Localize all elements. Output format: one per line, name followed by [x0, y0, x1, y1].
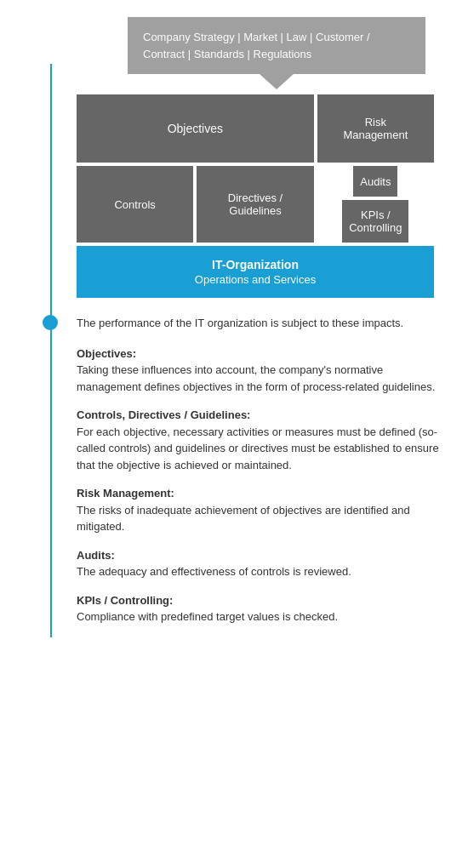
section-text-1: For each objective, necessary activities… — [77, 425, 439, 471]
section-label-2: Risk Management: — [77, 487, 174, 500]
intro-text: The performance of the IT organization i… — [77, 315, 442, 332]
audits-cell: Audits — [353, 166, 397, 197]
dot-indicator — [43, 315, 58, 330]
section-block-4: KPIs / Controlling:Compliance with prede… — [77, 592, 442, 625]
section-text-0: Taking these influences into account, th… — [77, 363, 435, 393]
section-label-4: KPIs / Controlling: — [77, 594, 173, 607]
section-block-3: Audits:The adequacy and effectiveness of… — [77, 547, 442, 580]
context-text: Company Strategy | Market | Law | Custom… — [143, 31, 370, 60]
section-text-3: The adequacy and effectiveness of contro… — [77, 565, 351, 578]
section-text-2: The risks of inadequate achievement of o… — [77, 504, 410, 534]
line-column — [26, 315, 77, 637]
risk-management-cell: RiskManagement — [317, 94, 434, 163]
section-label-1: Controls, Directives / Guidelines: — [77, 408, 250, 421]
directives-cell: Directives /Guidelines — [197, 166, 313, 243]
objectives-cell: Objectives — [77, 94, 314, 163]
kpis-cell: KPIs /Controlling — [342, 200, 408, 243]
section-block-1: Controls, Directives / Guidelines:For ea… — [77, 407, 442, 473]
section-label-3: Audits: — [77, 549, 115, 562]
section-label-0: Objectives: — [77, 347, 136, 360]
it-org-title: IT-Organization — [85, 258, 425, 271]
diagram-grid: Objectives RiskManagement Controls Direc… — [77, 94, 434, 243]
controls-cell: Controls — [77, 166, 193, 243]
context-box: Company Strategy | Market | Law | Custom… — [128, 17, 425, 74]
section-text-4: Compliance with predefined target values… — [77, 610, 338, 623]
section-block-0: Objectives:Taking these influences into … — [77, 345, 442, 396]
audits-kpis-column: Audits KPIs /Controlling — [317, 166, 434, 243]
it-org-subtitle: Operations and Services — [85, 273, 425, 286]
text-content: The performance of the IT organization i… — [77, 315, 442, 637]
it-org-bar: IT-Organization Operations and Services — [77, 246, 434, 298]
section-block-2: Risk Management:The risks of inadequate … — [77, 485, 442, 535]
